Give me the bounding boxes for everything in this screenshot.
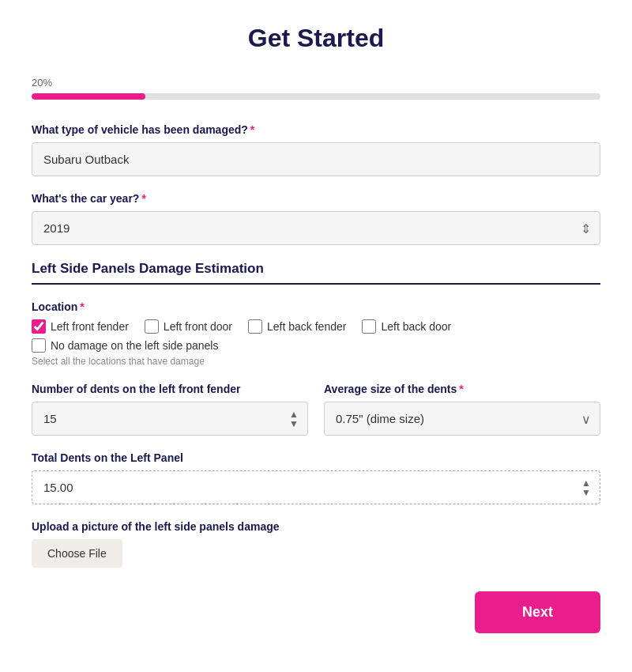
required-star-year: *	[141, 192, 145, 205]
location-hint: Select all the locations that have damag…	[32, 356, 600, 367]
checkbox-row-2: No damage on the left side panels	[32, 338, 600, 353]
location-section: Location* Left front fender Left front d…	[32, 300, 600, 367]
progress-bar-fill	[32, 93, 145, 100]
progress-label: 20%	[32, 77, 600, 89]
required-star-location: *	[80, 300, 84, 313]
vehicle-type-input[interactable]	[32, 142, 600, 176]
checkbox-label-left-back-fender: Left back fender	[267, 320, 346, 333]
checkbox-input-left-front-door[interactable]	[145, 319, 159, 334]
car-year-select-wrapper: 2019 2020 2018 2017 ⇕	[32, 211, 600, 245]
checkbox-left-back-fender[interactable]: Left back fender	[248, 319, 346, 334]
total-dents-input[interactable]	[32, 470, 600, 504]
total-dents-section: Total Dents on the Left Panel ▲▼	[32, 451, 600, 504]
avg-size-select[interactable]: 0.75" (dime size) 1" (quarter size) 1.5"…	[324, 402, 600, 436]
checkbox-label-left-front-fender: Left front fender	[51, 320, 129, 333]
bottom-nav: Next	[32, 591, 600, 633]
total-dents-wrapper: ▲▼	[32, 470, 600, 504]
checkbox-label-left-front-door: Left front door	[164, 320, 232, 333]
vehicle-type-label: What type of vehicle has been damaged?*	[32, 123, 600, 136]
dents-count-select[interactable]: 15 1 2 5 10 20	[32, 402, 308, 436]
checkbox-row-1: Left front fender Left front door Left b…	[32, 319, 600, 334]
required-star-avg: *	[459, 383, 463, 395]
car-year-section: What's the car year?* 2019 2020 2018 201…	[32, 192, 600, 245]
checkbox-no-damage[interactable]: No damage on the left side panels	[32, 338, 218, 353]
checkbox-label-left-back-door: Left back door	[381, 320, 451, 333]
checkbox-left-front-fender[interactable]: Left front fender	[32, 319, 129, 334]
checkbox-input-left-front-fender[interactable]	[32, 319, 46, 334]
page-title: Get Started	[32, 24, 600, 53]
choose-file-button[interactable]: Choose File	[32, 539, 122, 568]
progress-bar-track	[32, 93, 600, 100]
avg-size-label: Average size of the dents*	[324, 383, 600, 395]
car-year-label: What's the car year?*	[32, 192, 600, 205]
dents-row: Number of dents on the left front fender…	[32, 383, 600, 436]
checkbox-label-no-damage: No damage on the left side panels	[51, 339, 218, 352]
car-year-select[interactable]: 2019 2020 2018 2017	[32, 211, 600, 245]
total-dents-label: Total Dents on the Left Panel	[32, 451, 600, 464]
checkbox-input-left-back-door[interactable]	[362, 319, 376, 334]
upload-section: Upload a picture of the left side panels…	[32, 520, 600, 568]
location-label: Location*	[32, 300, 600, 313]
checkbox-left-back-door[interactable]: Left back door	[362, 319, 451, 334]
damage-section-header: Left Side Panels Damage Estimation	[32, 261, 600, 285]
checkbox-input-left-back-fender[interactable]	[248, 319, 262, 334]
avg-size-col: Average size of the dents* 0.75" (dime s…	[324, 383, 600, 436]
upload-label: Upload a picture of the left side panels…	[32, 520, 600, 533]
progress-section: 20%	[32, 77, 600, 100]
next-button[interactable]: Next	[475, 591, 600, 633]
required-star: *	[250, 123, 254, 136]
dents-count-select-wrapper: 15 1 2 5 10 20 ▲▼	[32, 402, 308, 436]
dents-count-col: Number of dents on the left front fender…	[32, 383, 308, 436]
avg-size-select-wrapper: 0.75" (dime size) 1" (quarter size) 1.5"…	[324, 402, 600, 436]
dents-count-label: Number of dents on the left front fender	[32, 383, 308, 395]
checkbox-input-no-damage[interactable]	[32, 338, 46, 353]
vehicle-type-section: What type of vehicle has been damaged?*	[32, 123, 600, 176]
checkbox-left-front-door[interactable]: Left front door	[145, 319, 232, 334]
